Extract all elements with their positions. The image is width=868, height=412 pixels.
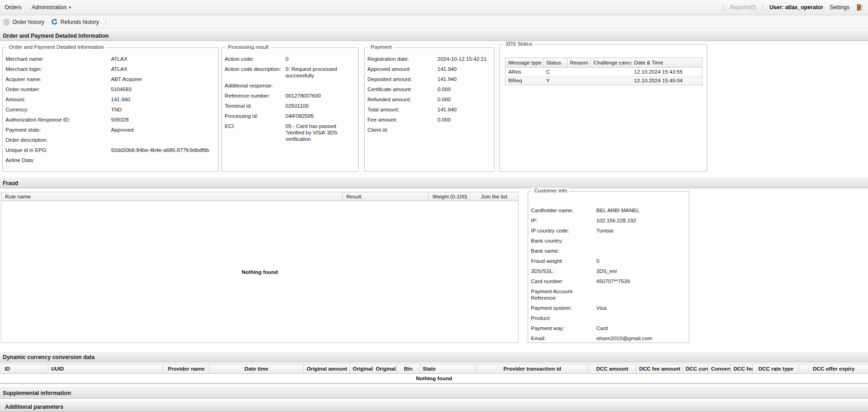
- column-header: Original c: [373, 364, 397, 373]
- menubar-left: Orders Administration ▾: [0, 4, 71, 11]
- field-row: Certificate amount:0.000: [367, 86, 492, 93]
- field-label: Merchant login:: [6, 66, 111, 72]
- table-cell: [567, 68, 591, 76]
- order-details-panel: Order and Payment Detailed Information M…: [2, 47, 219, 172]
- field-label: Order description:: [6, 137, 111, 143]
- field-value: 141.940: [437, 76, 492, 82]
- column-header: State: [420, 364, 477, 373]
- column-header: DCC curr: [683, 364, 708, 373]
- field-row: Client id:: [367, 127, 492, 133]
- field-row: Unique id in EPG:92dd30b8-84be-4b4e-a686…: [6, 147, 216, 153]
- field-label: Terminal id:: [225, 103, 285, 109]
- field-value: 5104583: [111, 86, 216, 93]
- menu-settings[interactable]: Settings: [830, 4, 850, 11]
- column-header: Result: [343, 192, 429, 201]
- table-cell: [567, 76, 591, 85]
- field-row: Order number:5104583: [6, 86, 216, 93]
- field-value: 0.000: [437, 116, 492, 123]
- field-row: Registration date:2024-10-12 15:42:21: [367, 56, 492, 62]
- menu-orders[interactable]: Orders: [5, 4, 22, 11]
- field-label: Email:: [531, 335, 596, 342]
- column-header: ID: [0, 364, 48, 373]
- column-header: Status: [543, 58, 567, 67]
- field-value: 102.156.228.192: [596, 217, 687, 224]
- field-row: Acquirer name:ABT Acquirer: [6, 76, 216, 82]
- field-value: 0.000: [437, 86, 492, 93]
- refunds-history-button[interactable]: Refunds history: [51, 18, 99, 26]
- column-header: DCC offer expiry: [799, 364, 868, 373]
- field-row: Approved amount:141.940: [367, 66, 492, 72]
- field-value: Approved: [111, 127, 216, 133]
- field-label: Total amount:: [367, 106, 437, 113]
- field-row: Payment way:Card: [531, 325, 687, 331]
- field-label: Fraud weight:: [531, 258, 596, 264]
- field-value: 3DS_enr: [596, 268, 687, 274]
- field-label: Refunded amount:: [367, 96, 437, 103]
- table-cell: [591, 68, 631, 76]
- table-row[interactable]: AResC12.10.2024 15:43:55: [506, 68, 702, 76]
- field-label: Unique id in EPG:: [6, 147, 111, 153]
- field-row: 3DS/SSL:3DS_enr: [531, 268, 687, 274]
- field-row: Fee amount:0.000: [367, 116, 492, 123]
- menu-administration[interactable]: Administration ▾: [32, 4, 71, 11]
- app-window: Orders Administration ▾ Reports(0) User:…: [0, 0, 868, 412]
- field-row: Currency:TND: [6, 106, 216, 113]
- user-label: User: atlax_operator: [769, 4, 823, 11]
- panel-legend: Customer info: [532, 188, 570, 193]
- field-list: Merchant name:ATLAXMerchant login:ATLAXA…: [3, 48, 218, 163]
- field-label: Order number:: [6, 86, 111, 93]
- field-value: 141.940: [111, 96, 216, 103]
- field-label: Product:: [531, 315, 596, 321]
- panel-legend: Payment: [368, 44, 394, 50]
- customer-info-panel: Customer info Cardholder name:BEL ARBI M…: [528, 191, 689, 343]
- toolbar: Order history Refunds history: [0, 15, 868, 29]
- logout-door-icon[interactable]: [856, 4, 863, 11]
- field-value: Tunisia: [596, 227, 687, 234]
- section-header-label: Additional parameters: [5, 404, 64, 410]
- menu-administration-label: Administration: [32, 4, 67, 11]
- field-label: Amount:: [6, 96, 111, 103]
- field-row: Merchant name:ATLAX: [6, 56, 216, 62]
- section-header-supplemental: Supplemental information: [0, 387, 868, 399]
- column-header: Date time: [210, 364, 304, 373]
- field-label: Authorization Response ID:: [6, 116, 111, 123]
- field-value: [596, 315, 687, 321]
- field-value: ATLAX: [111, 56, 216, 62]
- field-label: Payment state:: [6, 127, 111, 133]
- field-row: Reference number:001278007600: [225, 93, 356, 99]
- dcc-empty-message: Nothing found: [0, 374, 868, 383]
- field-value: [596, 288, 687, 301]
- column-header: Provider name: [163, 364, 210, 373]
- column-header: Rule name: [1, 192, 343, 201]
- field-label: Registration date:: [367, 56, 437, 62]
- section-header-label: Order and Payment Detailed Information: [3, 33, 109, 39]
- field-row: Refunded amount:0.000: [367, 96, 492, 103]
- field-row: Bank country:: [531, 238, 687, 244]
- table-cell: Y: [543, 76, 567, 85]
- field-label: Bank country:: [531, 238, 596, 244]
- table-row[interactable]: RReqY12.10.2024 15:45:04: [506, 76, 702, 85]
- column-header: Conversi: [708, 364, 731, 373]
- section-header-additional-parameters: Additional parameters: [0, 401, 868, 412]
- field-label: Reference number:: [225, 93, 285, 99]
- menu-reports[interactable]: Reports(0): [730, 4, 756, 11]
- field-label: Additional response:: [225, 82, 285, 89]
- payment-panel: Payment Registration date:2024-10-12 15:…: [364, 47, 495, 172]
- field-value: [111, 157, 216, 163]
- field-value: 0: [285, 56, 356, 62]
- table-cell: 12.10.2024 15:43:55: [631, 68, 702, 76]
- separator: [105, 18, 106, 25]
- field-row: IP country code:Tunisia: [531, 227, 687, 234]
- field-value: TND: [111, 106, 216, 113]
- section-header-dcc: Dynamic currency conversion data: [0, 352, 868, 362]
- order-history-document-icon: [3, 18, 10, 26]
- table-header-row: Message typeStatusReasonChallenge cancel…: [506, 58, 702, 68]
- section-header-label: Supplemental information: [3, 390, 71, 396]
- section-header-label: Fraud: [3, 180, 18, 186]
- chevron-down-icon: ▾: [69, 6, 71, 10]
- separator: [723, 4, 723, 11]
- field-value: 92dd30b8-84be-4b4e-a686-877fc9dbdf6b: [111, 147, 216, 153]
- column-header: UUID: [48, 364, 163, 373]
- order-history-button[interactable]: Order history: [3, 18, 44, 26]
- column-header: Join the list: [470, 192, 518, 201]
